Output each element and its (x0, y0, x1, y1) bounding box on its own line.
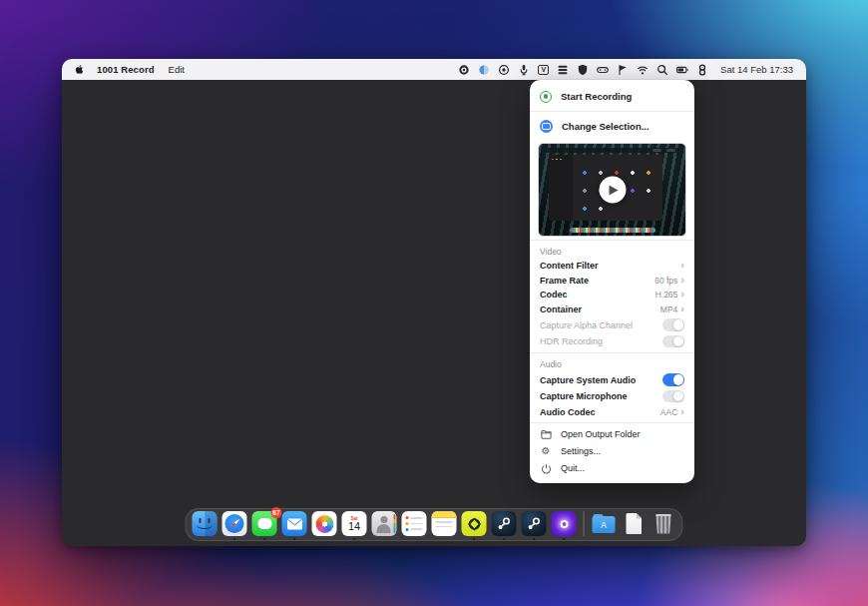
hdr-recording-label: HDR Recording (540, 336, 603, 346)
envelope-icon (286, 518, 302, 530)
dock-icon-trash[interactable] (651, 511, 676, 536)
trash-can-icon (655, 514, 672, 534)
chevron-right-icon (680, 304, 684, 314)
speech-bubble-icon (257, 518, 271, 529)
battery-icon[interactable] (676, 64, 688, 76)
dock-icon-record-app[interactable] (552, 511, 577, 536)
dock-icon-document[interactable] (622, 511, 647, 536)
dock-icon-messages[interactable]: 67 (252, 511, 277, 536)
settings-item[interactable]: ⚙ Settings... (530, 443, 694, 460)
audio-section-label: Audio (530, 356, 694, 371)
preview-button (666, 149, 675, 152)
camera-lens-icon[interactable] (458, 64, 470, 76)
audio-codec-value: AAC (660, 407, 677, 417)
record-target-icon (540, 91, 552, 103)
menu-item-content-filter[interactable]: Content Filter (530, 259, 694, 274)
dock-icon-reminders[interactable] (402, 511, 427, 536)
menu-separator (530, 111, 694, 112)
stack-icon[interactable] (557, 64, 569, 76)
gear-icon: ⚙ (540, 446, 552, 456)
controller-icon[interactable] (597, 64, 609, 76)
dock-icon-safari[interactable] (222, 511, 247, 536)
swirl-icon[interactable] (478, 64, 490, 76)
app-menu-title[interactable]: 1001 Record (97, 64, 155, 75)
microphone-icon[interactable] (518, 64, 530, 76)
v-box-icon[interactable]: V (538, 65, 549, 75)
codec-label: Codec (540, 290, 568, 300)
glow-ring-icon (560, 520, 568, 528)
dock-icon-finder[interactable] (193, 511, 217, 536)
folder-icon (540, 429, 552, 440)
play-button[interactable] (599, 177, 626, 204)
shield-icon[interactable] (577, 64, 589, 76)
dock-icon-calendar[interactable]: Sat 14 (342, 511, 367, 536)
chevron-right-icon (680, 261, 684, 271)
wifi-icon[interactable] (637, 64, 649, 76)
start-recording-label: Start Recording (561, 91, 632, 102)
apple-menu-icon[interactable] (75, 64, 84, 75)
knot-icon (466, 516, 482, 532)
selection-frame-icon (540, 120, 553, 133)
menu-bar-clock[interactable]: Sat 14 Feb 17:33 (720, 64, 793, 75)
dock-icon-mail[interactable] (282, 511, 307, 536)
dock-icon-contacts[interactable] (372, 511, 397, 536)
calendar-day: 14 (348, 521, 360, 532)
change-selection-label: Change Selection... (562, 121, 650, 132)
start-recording-item[interactable]: Start Recording (530, 85, 694, 108)
dock-separator (584, 511, 585, 536)
menu-separator (530, 240, 694, 241)
menu-bar-status-area: V (458, 64, 793, 76)
capture-alpha-label: Capture Alpha Channel (540, 320, 633, 330)
menu-item-frame-rate[interactable]: Frame Rate 60 fps (530, 274, 694, 289)
menu-item-hdr-recording: HDR Recording (530, 333, 694, 350)
recorder-menu: Start Recording Change Selection... Vide… (530, 80, 694, 483)
menu-separator (530, 422, 694, 423)
dock-icon-photos[interactable] (312, 511, 337, 536)
menu-item-audio-codec[interactable]: Audio Codec AAC (530, 404, 694, 419)
notification-badge: 67 (270, 507, 281, 518)
menu-item-capture-system-audio[interactable]: Capture System Audio (530, 371, 694, 388)
container-label: Container (540, 304, 582, 314)
hdr-recording-toggle (662, 335, 684, 348)
settings-label: Settings... (561, 446, 601, 456)
capture-microphone-toggle[interactable] (662, 390, 684, 403)
flag-icon[interactable] (617, 64, 629, 76)
video-section-label: Video (530, 244, 694, 259)
dock-icon-steam[interactable] (492, 511, 517, 536)
menu-item-container[interactable]: Container MP4 (530, 303, 694, 317)
open-output-folder-item[interactable]: Open Output Folder (530, 426, 694, 443)
applications-letter: A (593, 516, 616, 533)
preview-traffic-lights (552, 158, 562, 161)
recording-preview[interactable] (538, 143, 686, 237)
frame-rate-label: Frame Rate (540, 276, 589, 286)
capture-system-audio-toggle[interactable] (662, 373, 684, 386)
steam-logo-icon (496, 515, 513, 532)
capture-microphone-label: Capture Microphone (540, 391, 628, 401)
menu-edit[interactable]: Edit (169, 64, 185, 75)
menu-bar: 1001 Record Edit V (62, 59, 806, 80)
pinwheel-icon (315, 515, 333, 533)
chevron-right-icon (680, 290, 684, 300)
change-selection-item[interactable]: Change Selection... (530, 115, 694, 138)
menu-item-codec[interactable]: Codec H.265 (530, 288, 694, 303)
steam-logo-icon (526, 515, 543, 532)
open-output-folder-label: Open Output Folder (561, 429, 641, 439)
preview-button (652, 149, 661, 152)
desktop-background: 1001 Record Edit V (0, 0, 868, 606)
dock-icon-notes[interactable] (432, 511, 457, 536)
record-target-icon[interactable] (498, 64, 510, 76)
menu-item-capture-alpha: Capture Alpha Channel (530, 316, 694, 333)
search-icon[interactable] (656, 64, 668, 76)
dock-icon-steam-alt[interactable] (522, 511, 547, 536)
preview-dock (570, 228, 655, 233)
dock-icon-knot-app[interactable] (462, 511, 487, 536)
quit-item[interactable]: Quit... (530, 460, 694, 477)
dock-icon-applications-folder[interactable]: A (592, 511, 617, 536)
quit-label: Quit... (561, 463, 585, 473)
menu-item-capture-microphone[interactable]: Capture Microphone (530, 388, 694, 405)
dock: 67 Sat 14 (186, 508, 683, 541)
chevron-right-icon (680, 407, 684, 417)
control-center-icon[interactable] (696, 64, 708, 76)
screen-window: 1001 Record Edit V (62, 59, 806, 546)
menu-separator (530, 352, 694, 353)
